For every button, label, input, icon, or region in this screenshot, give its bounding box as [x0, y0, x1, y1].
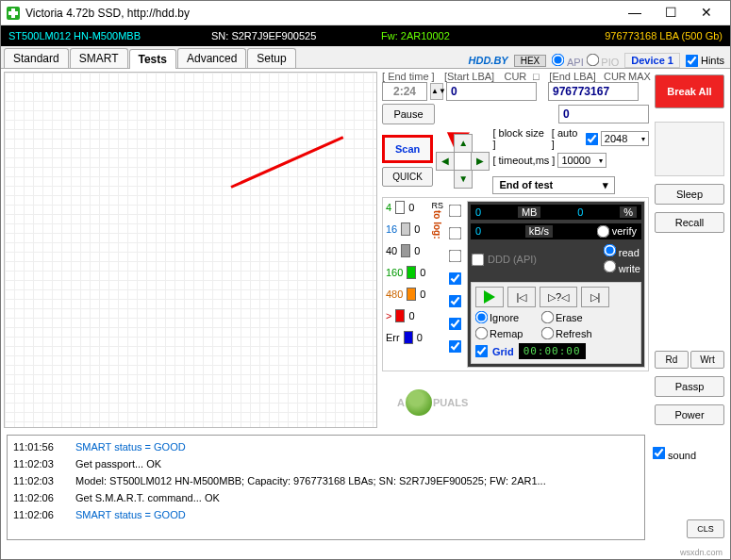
device-model: ST500LM012 HN-M500MBB	[8, 30, 211, 41]
api-pio[interactable]: API PIO	[552, 54, 619, 68]
auto-check[interactable]	[586, 132, 599, 145]
start-lba-input[interactable]: 0	[446, 82, 537, 101]
recall-button[interactable]: Recall	[655, 212, 724, 233]
log-chk-3[interactable]	[449, 250, 462, 263]
hddby-link[interactable]: HDD.BY	[469, 55, 508, 66]
content-area: [ End time ] [Start LBA] CUR □ [End LBA]…	[1, 69, 730, 431]
dpad-left[interactable]: ◀	[436, 152, 455, 171]
right-bottom: sound CLS	[653, 447, 724, 538]
dpad: ▲ ▼ ◀ ▶	[436, 134, 490, 189]
quick-button[interactable]: QUICK	[382, 167, 433, 187]
dpad-up[interactable]: ▲	[454, 134, 473, 153]
remap-radio[interactable]: Remap	[475, 327, 538, 339]
device-sn: SN: S2R7J9EF900525	[211, 30, 381, 41]
latency-section: 40 160 400 1600 4800 >0 Err0 RS to log:	[382, 197, 649, 371]
log-chk-6[interactable]	[449, 318, 462, 331]
timeout-select[interactable]: 10000▾	[557, 153, 606, 168]
blocksize-select[interactable]: 2048▾	[601, 131, 649, 146]
log-row: 11:02:03Model: ST500LM012 HN-M500MBB; Ca…	[13, 472, 639, 489]
device-fw: Fw: 2AR10002	[381, 30, 541, 41]
device-select[interactable]: Device 1	[624, 53, 680, 68]
log-row: 11:02:06SMART status = GOOD	[13, 506, 639, 523]
device-status-bar: ST500LM012 HN-M500MBB SN: S2R7J9EF900525…	[1, 25, 730, 46]
pause-button[interactable]: Pause	[382, 104, 435, 124]
log-chk-7[interactable]	[449, 340, 462, 354]
write-radio[interactable]	[603, 260, 616, 273]
play-icon	[484, 290, 495, 304]
read-radio[interactable]	[603, 244, 616, 257]
random-button[interactable]: ▷?◁	[540, 287, 577, 307]
log-area[interactable]: 11:01:56SMART status = GOOD 11:02:03Get …	[7, 435, 645, 540]
tab-standard[interactable]: Standard	[4, 48, 69, 68]
rd-button[interactable]: Rd	[655, 351, 689, 369]
passp-button[interactable]: Passp	[655, 376, 724, 397]
rewind-button[interactable]: |◁	[507, 287, 536, 307]
endtest-select[interactable]: End of test▾	[492, 176, 615, 194]
device-lba: 976773168 LBA (500 Gb)	[541, 30, 723, 41]
tab-smart[interactable]: SMART	[70, 48, 128, 68]
tab-tests[interactable]: Tests	[129, 49, 176, 69]
break-all-button[interactable]: Break All	[655, 74, 724, 108]
tab-row: Standard SMART Tests Advanced Setup HDD.…	[1, 46, 730, 69]
ddd-check[interactable]	[472, 253, 485, 266]
dpad-right[interactable]: ▶	[471, 152, 490, 171]
wrt-button[interactable]: Wrt	[690, 351, 724, 369]
log-row: 11:02:06Get S.M.A.R.T. command... OK	[13, 489, 639, 506]
maximize-button[interactable]: ☐	[658, 5, 683, 22]
window-buttons: — ☐ ✕	[623, 5, 724, 22]
log-row: 11:01:56SMART status = GOOD	[13, 438, 639, 455]
grid-label: Grid	[492, 346, 514, 357]
log-chk-1[interactable]	[449, 205, 462, 218]
log-chk-2[interactable]	[449, 227, 462, 240]
sleep-button[interactable]: Sleep	[655, 184, 724, 205]
play-button[interactable]	[475, 287, 504, 307]
jump-input[interactable]: 0	[558, 105, 649, 124]
endtime-spin[interactable]: ▲▼	[430, 83, 443, 100]
window-title: Victoria 4.72b SSD, http://hdd.by	[25, 7, 623, 20]
minimize-button[interactable]: —	[623, 5, 647, 22]
tab-advanced[interactable]: Advanced	[177, 48, 246, 68]
ignore-radio[interactable]: Ignore	[475, 311, 538, 323]
hints-check[interactable]: Hints	[686, 55, 724, 67]
verify-radio[interactable]	[596, 225, 609, 239]
titlebar: Victoria 4.72b SSD, http://hdd.by — ☐ ✕	[1, 1, 730, 25]
time-counter: 00:00:00	[519, 343, 586, 359]
end-lba-input[interactable]: 976773167	[548, 82, 639, 101]
controls-panel: [ End time ] [Start LBA] CUR □ [End LBA]…	[380, 69, 651, 431]
lba-headers: [ End time ] [Start LBA] CUR □ [End LBA]…	[382, 71, 649, 82]
scan-button[interactable]: Scan	[382, 135, 433, 163]
log-chk-4[interactable]	[449, 272, 462, 286]
hex-toggle[interactable]: HEX	[514, 55, 547, 67]
cls-button[interactable]: CLS	[687, 519, 724, 538]
app-icon	[7, 7, 20, 20]
grid-check[interactable]	[475, 345, 489, 358]
power-button[interactable]: Power	[655, 404, 724, 425]
footer-credit: wsxdn.com	[680, 548, 723, 557]
endtime-field: 2:24	[382, 82, 427, 101]
mini-scroll[interactable]	[655, 122, 724, 176]
close-button[interactable]: ✕	[694, 5, 719, 22]
log-row: 11:02:03Get passport... OK	[13, 455, 639, 472]
erase-radio[interactable]: Erase	[541, 311, 604, 323]
right-panel: Break All Sleep Recall RdWrt Passp Power	[651, 69, 728, 431]
log-chk-5[interactable]	[449, 295, 462, 308]
sound-check[interactable]: sound	[653, 447, 696, 461]
refresh-radio[interactable]: Refresh	[541, 327, 604, 339]
annotation-arrow	[231, 186, 354, 189]
surface-grid	[4, 72, 377, 428]
tab-setup[interactable]: Setup	[247, 48, 295, 68]
dpad-down[interactable]: ▼	[454, 170, 473, 189]
end-button[interactable]: ▷|	[581, 287, 609, 307]
